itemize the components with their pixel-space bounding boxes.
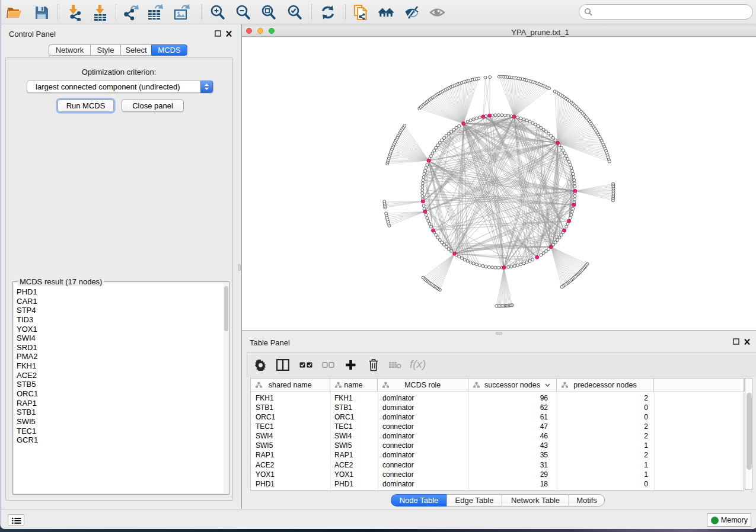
svg-text:f(x): f(x) (410, 358, 426, 370)
